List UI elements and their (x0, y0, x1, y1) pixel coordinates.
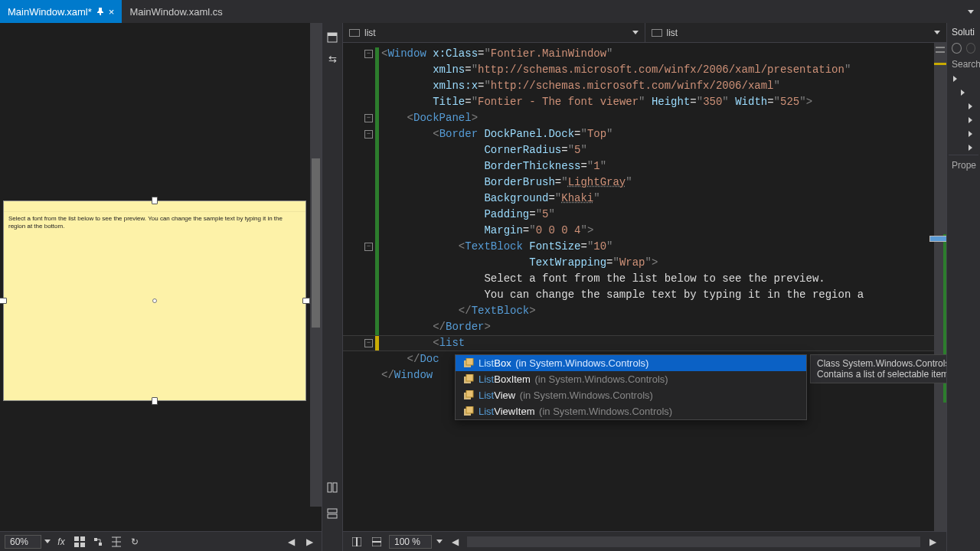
tree-node[interactable] (953, 72, 978, 86)
scrollbar-thumb[interactable] (312, 158, 320, 328)
tab-label: MainWindow.xaml.cs (129, 6, 222, 18)
code-line[interactable]: Title="Fontier - The font viewer" Height… (381, 94, 946, 110)
designer-viewport[interactable]: Select a font from the list below to see… (0, 23, 322, 531)
tree-node[interactable] (953, 99, 978, 113)
code-line[interactable]: <Border DockPanel.Dock="Top" (381, 126, 946, 142)
code-line[interactable]: xmlns="http://schemas.microsoft.com/winf… (381, 62, 946, 78)
breadcrumb-scope[interactable]: list (343, 23, 645, 42)
properties-panel-title: Prope (949, 155, 978, 175)
code-editor[interactable]: −<Window x:Class="Fontier.MainWindow" xm… (343, 43, 946, 531)
code-line[interactable]: Padding="5" (381, 207, 946, 223)
svg-rect-11 (328, 514, 337, 518)
fx-button[interactable]: fx (54, 534, 69, 549)
hscroll-left[interactable]: ◀ (447, 534, 462, 549)
resize-handle-bottom[interactable] (152, 397, 158, 405)
vertical-split-icon[interactable] (325, 481, 339, 494)
horizontal-scrollbar[interactable] (467, 536, 920, 547)
svg-rect-0 (74, 536, 79, 541)
intellisense-item[interactable]: ListView (in System.Windows.Controls) (456, 387, 806, 403)
code-line[interactable]: </TextBlock> (381, 303, 946, 319)
code-line[interactable]: <Window x:Class="Fontier.MainWindow" (381, 46, 946, 62)
expander-icon[interactable] (961, 90, 965, 96)
svg-rect-8 (328, 483, 332, 492)
code-line[interactable]: Background="Khaki" (381, 191, 946, 207)
expand-pane-icon[interactable] (325, 31, 339, 44)
svg-rect-4 (94, 538, 97, 541)
view-mode-icon-2[interactable] (369, 534, 384, 549)
svg-rect-17 (466, 390, 473, 397)
code-line[interactable]: </Border> (381, 319, 946, 335)
intellisense-label: ListView (in System.Windows.Controls) (479, 390, 653, 401)
code-line[interactable]: <DockPanel> (381, 110, 946, 126)
snap-button[interactable] (90, 534, 106, 549)
svg-rect-13 (466, 358, 473, 365)
code-line[interactable]: BorderThickness="1" (381, 158, 946, 174)
code-line[interactable]: Margin="0 0 0 4"> (381, 223, 946, 239)
designer-zoom-input[interactable]: 60% (5, 535, 41, 549)
hscroll-right[interactable]: ▶ (925, 534, 940, 549)
expander-icon[interactable] (969, 145, 972, 151)
refresh-icon[interactable]: ↻ (127, 534, 142, 549)
svg-rect-3 (80, 543, 85, 547)
tree-node[interactable] (953, 127, 978, 141)
solution-explorer-panel: Soluti Search Prope (946, 23, 980, 551)
svg-rect-21 (356, 537, 358, 546)
code-line[interactable]: You can change the sample text by typing… (381, 287, 946, 303)
breadcrumb-label: list (364, 28, 376, 38)
code-status-bar: 100 % ◀ ▶ (343, 531, 946, 551)
code-breadcrumb: list list (343, 23, 946, 43)
breadcrumb-member[interactable]: list (645, 23, 947, 42)
code-line[interactable]: TextWrapping="Wrap"> (381, 255, 946, 271)
swap-panes-icon[interactable]: ⇆ (325, 52, 339, 66)
code-line[interactable]: <list (381, 335, 946, 351)
close-icon[interactable]: × (109, 6, 115, 18)
tree-node[interactable] (953, 141, 978, 155)
intellisense-item[interactable]: ListBoxItem (in System.Windows.Controls) (456, 371, 806, 387)
expander-icon[interactable] (969, 117, 972, 123)
code-line[interactable]: <TextBlock FontSize="10" (381, 239, 946, 255)
center-marker (152, 298, 157, 303)
expander-icon[interactable] (969, 131, 972, 137)
designer-code-splitter[interactable]: ⇆ (322, 23, 343, 551)
scroll-left-button[interactable]: ◀ (283, 534, 299, 549)
resize-handle-right[interactable] (302, 298, 310, 304)
pin-icon[interactable] (96, 6, 104, 18)
zoom-dropdown-icon[interactable] (436, 540, 443, 543)
scroll-right-button[interactable]: ▶ (302, 534, 317, 549)
designer-vertical-scrollbar[interactable] (310, 23, 322, 507)
design-surface[interactable]: Select a font from the list below to see… (3, 201, 306, 401)
chevron-down-icon (934, 31, 940, 34)
svg-rect-2 (74, 543, 79, 547)
search-label[interactable]: Search (949, 57, 978, 72)
tree-node[interactable] (953, 86, 978, 99)
expander-icon[interactable] (969, 103, 972, 109)
resize-handle-left[interactable] (0, 298, 7, 304)
tree-node[interactable] (953, 113, 978, 127)
intellisense-item[interactable]: ListViewItem (in System.Windows.Controls… (456, 403, 806, 419)
sync-icon[interactable] (966, 43, 976, 54)
zoom-dropdown-icon[interactable] (44, 540, 51, 543)
grid-button[interactable] (72, 534, 87, 549)
horizontal-split-icon[interactable] (325, 507, 339, 520)
main-area: Select a font from the list below to see… (0, 23, 980, 551)
code-line[interactable]: xmlns:x="http://schemas.microsoft.com/wi… (381, 78, 946, 94)
home-icon[interactable] (952, 43, 962, 54)
intellisense-popup: ListBox (in System.Windows.Controls)List… (455, 354, 807, 420)
solution-tree[interactable] (949, 72, 978, 155)
element-icon (349, 29, 360, 37)
code-line[interactable]: Select a font from the list below to see… (381, 271, 946, 287)
expander-icon[interactable] (953, 76, 957, 82)
code-line[interactable]: BorderBrush="LightGray" (381, 174, 946, 191)
active-files-dropdown[interactable] (962, 0, 980, 23)
code-zoom-input[interactable]: 100 % (389, 535, 432, 549)
resize-handle-top[interactable] (152, 197, 158, 204)
chevron-down-icon (968, 10, 974, 14)
intellisense-item[interactable]: ListBox (in System.Windows.Controls) (456, 355, 806, 371)
snap-lines-button[interactable] (109, 534, 124, 549)
intellisense-label: ListBox (in System.Windows.Controls) (479, 357, 648, 369)
view-mode-icon-1[interactable] (349, 534, 364, 549)
tab-mainwindow-xaml[interactable]: MainWindow.xaml* × (0, 0, 122, 23)
svg-rect-15 (466, 374, 473, 381)
tab-mainwindow-xaml-cs[interactable]: MainWindow.xaml.cs (122, 0, 230, 23)
code-line[interactable]: CornerRadius="5" (381, 142, 946, 158)
